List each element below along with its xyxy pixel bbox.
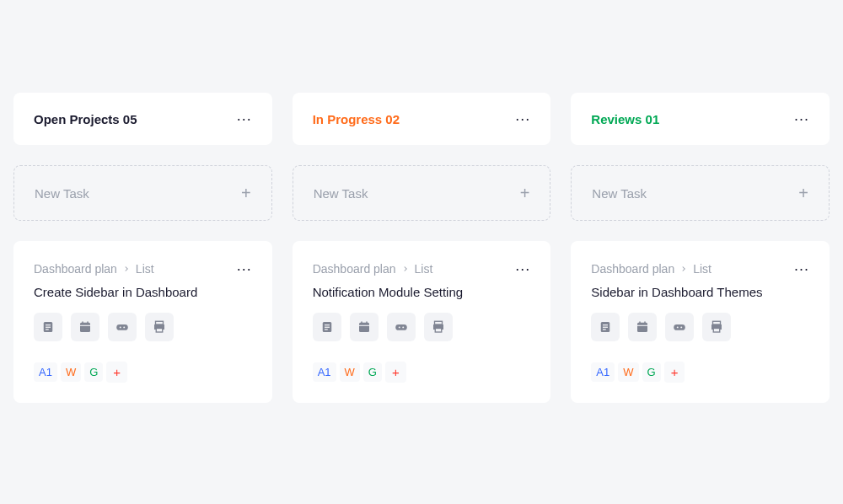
task-title: Notification Module Setting bbox=[313, 285, 531, 299]
task-card[interactable]: Dashboard plan List ··· Notification Mod… bbox=[293, 241, 551, 403]
document-icon[interactable] bbox=[34, 313, 62, 341]
breadcrumb-child: List bbox=[415, 262, 433, 276]
column-title: In Progress 02 bbox=[313, 112, 400, 126]
svg-rect-18 bbox=[359, 325, 369, 326]
chevron-right-icon bbox=[401, 265, 410, 273]
new-task-button[interactable]: New Task + bbox=[13, 165, 272, 221]
svg-rect-27 bbox=[603, 324, 608, 325]
badge-row: A1 W G + bbox=[591, 362, 809, 383]
column-reviews: Reviews 01 ··· New Task + Dashboard plan… bbox=[571, 93, 830, 403]
more-icon[interactable]: ··· bbox=[794, 261, 809, 276]
svg-rect-24 bbox=[434, 321, 442, 324]
add-badge-button[interactable]: + bbox=[385, 362, 406, 383]
svg-rect-21 bbox=[395, 324, 407, 330]
more-icon[interactable]: ··· bbox=[515, 261, 530, 276]
breadcrumb-parent: Dashboard plan bbox=[313, 262, 396, 276]
svg-rect-33 bbox=[645, 321, 647, 324]
add-badge-button[interactable]: + bbox=[664, 362, 685, 383]
chevron-right-icon bbox=[122, 265, 131, 273]
badge-a[interactable]: A1 bbox=[34, 362, 57, 382]
printer-icon[interactable] bbox=[424, 313, 453, 341]
badge-a[interactable]: A1 bbox=[591, 362, 615, 382]
breadcrumb-parent: Dashboard plan bbox=[34, 262, 117, 276]
new-task-label: New Task bbox=[35, 186, 89, 201]
task-card[interactable]: Dashboard plan List ··· Sidebar in Dashb… bbox=[571, 241, 830, 403]
more-icon[interactable]: ··· bbox=[237, 261, 252, 276]
task-icon-row bbox=[34, 313, 252, 341]
svg-rect-3 bbox=[46, 329, 49, 330]
badge-w[interactable]: W bbox=[618, 362, 638, 382]
task-icon-row bbox=[591, 313, 809, 341]
document-icon[interactable] bbox=[591, 313, 620, 341]
new-task-button[interactable]: New Task + bbox=[571, 165, 830, 221]
svg-point-23 bbox=[402, 326, 404, 328]
column-header: Reviews 01 ··· bbox=[571, 93, 830, 145]
svg-rect-5 bbox=[80, 325, 90, 326]
svg-rect-19 bbox=[361, 321, 362, 324]
badge-a[interactable]: A1 bbox=[313, 362, 336, 382]
badge-row: A1 W G + bbox=[34, 362, 252, 383]
breadcrumb-child: List bbox=[693, 262, 711, 276]
svg-rect-4 bbox=[80, 323, 90, 332]
svg-rect-37 bbox=[713, 321, 721, 324]
plus-icon: + bbox=[798, 185, 808, 201]
breadcrumb: Dashboard plan List ··· bbox=[591, 261, 809, 276]
task-icon-row bbox=[313, 313, 531, 341]
svg-rect-12 bbox=[156, 329, 163, 333]
task-title: Sidebar in Dashboard Themes bbox=[591, 285, 809, 299]
svg-point-9 bbox=[120, 326, 121, 328]
badge-row: A1 W G + bbox=[313, 362, 531, 383]
column-title: Reviews 01 bbox=[591, 112, 659, 126]
new-task-label: New Task bbox=[314, 186, 368, 201]
svg-rect-11 bbox=[156, 321, 164, 324]
badge-g[interactable]: G bbox=[84, 362, 103, 382]
column-title: Open Projects 05 bbox=[34, 112, 137, 126]
breadcrumb-parent: Dashboard plan bbox=[591, 262, 674, 276]
document-icon[interactable] bbox=[313, 313, 341, 341]
svg-point-22 bbox=[398, 326, 400, 328]
calendar-icon[interactable] bbox=[71, 313, 99, 341]
new-task-button[interactable]: New Task + bbox=[293, 165, 551, 221]
svg-point-36 bbox=[681, 326, 683, 328]
breadcrumb-text[interactable]: Dashboard plan List bbox=[591, 262, 711, 276]
gamepad-icon[interactable] bbox=[665, 313, 694, 341]
breadcrumb-text[interactable]: Dashboard plan List bbox=[34, 262, 154, 276]
column-in-progress: In Progress 02 ··· New Task + Dashboard … bbox=[293, 93, 551, 403]
new-task-label: New Task bbox=[592, 186, 647, 201]
calendar-icon[interactable] bbox=[350, 313, 379, 341]
calendar-icon[interactable] bbox=[628, 313, 657, 341]
badge-g[interactable]: G bbox=[642, 362, 661, 382]
svg-rect-25 bbox=[435, 329, 442, 333]
breadcrumb-text[interactable]: Dashboard plan List bbox=[313, 262, 433, 276]
svg-rect-34 bbox=[674, 324, 686, 330]
printer-icon[interactable] bbox=[702, 313, 731, 341]
svg-rect-1 bbox=[46, 324, 51, 325]
more-icon[interactable]: ··· bbox=[515, 111, 530, 126]
svg-rect-2 bbox=[46, 327, 51, 328]
svg-rect-17 bbox=[359, 323, 369, 332]
svg-rect-8 bbox=[116, 324, 128, 330]
svg-rect-31 bbox=[637, 325, 647, 326]
gamepad-icon[interactable] bbox=[387, 313, 416, 341]
svg-point-35 bbox=[677, 326, 679, 328]
badge-w[interactable]: W bbox=[340, 362, 360, 382]
task-title: Create Sidebar in Dashboard bbox=[34, 285, 252, 299]
column-header: In Progress 02 ··· bbox=[293, 93, 551, 145]
svg-rect-20 bbox=[366, 321, 368, 324]
chevron-right-icon bbox=[679, 265, 688, 273]
badge-w[interactable]: W bbox=[61, 362, 81, 382]
svg-rect-30 bbox=[637, 323, 647, 332]
task-card[interactable]: Dashboard plan List ··· Create Sidebar i… bbox=[13, 241, 272, 403]
column-header: Open Projects 05 ··· bbox=[13, 93, 272, 145]
more-icon[interactable]: ··· bbox=[794, 111, 809, 126]
svg-rect-32 bbox=[640, 321, 642, 324]
svg-rect-29 bbox=[603, 329, 606, 330]
gamepad-icon[interactable] bbox=[108, 313, 137, 341]
breadcrumb-child: List bbox=[136, 262, 154, 276]
more-icon[interactable]: ··· bbox=[237, 111, 252, 126]
printer-icon[interactable] bbox=[145, 313, 174, 341]
add-badge-button[interactable]: + bbox=[106, 362, 127, 383]
svg-rect-14 bbox=[325, 324, 330, 325]
breadcrumb: Dashboard plan List ··· bbox=[34, 261, 252, 276]
badge-g[interactable]: G bbox=[363, 362, 382, 382]
